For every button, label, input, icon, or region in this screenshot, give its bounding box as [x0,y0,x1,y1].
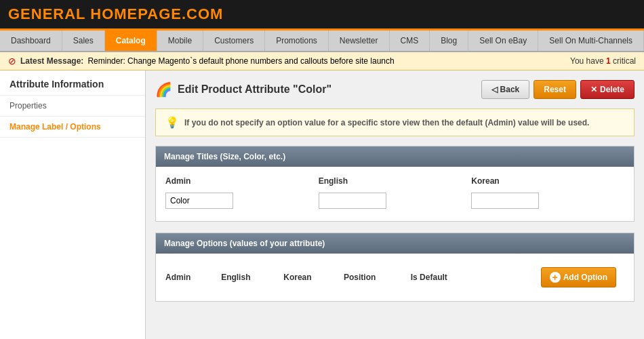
nav-item-newsletter[interactable]: Newsletter [329,31,390,51]
korean-title-input[interactable] [471,193,539,209]
nav-item-customers[interactable]: Customers [203,31,265,51]
alert-bar: ⊘ Latest Message: Reminder: Change Magen… [0,52,644,71]
alert-suffix: critical [611,56,636,66]
table-row [165,190,624,212]
delete-icon: ✕ [590,85,597,94]
nav-item-promotions[interactable]: Promotions [265,31,329,51]
delete-label: Delete [600,85,624,94]
add-option-label: Add Option [563,273,607,282]
titles-admin-cell[interactable] [165,190,319,212]
alert-icon: ⊘ [8,56,16,66]
add-option-cell: + Add Option [485,263,624,292]
back-label: Back [500,85,520,94]
nav-item-ebay[interactable]: Sell On eBay [468,31,538,51]
nav-item-cms[interactable]: CMS [390,31,430,51]
options-col-english: English [221,263,283,292]
sidebar: Attribute Information Properties Manage … [0,71,146,339]
english-title-input[interactable] [319,193,386,209]
main-layout: Attribute Information Properties Manage … [0,71,644,339]
add-option-button[interactable]: + Add Option [541,267,616,287]
titles-korean-cell[interactable] [471,190,624,212]
main-content: 🌈 Edit Product Attribute "Color" ◁ Back … [146,71,644,339]
options-table: Admin English Korean Position Is Default… [165,263,624,292]
logo-text: GENERAL HOMEPAGE.COM [8,5,223,22]
alert-left: ⊘ Latest Message: Reminder: Change Magen… [8,56,395,66]
back-button[interactable]: ◁ Back [481,80,530,99]
manage-options-section: Manage Options (values of your attribute… [155,233,635,302]
alert-count: 1 [606,56,611,66]
reset-button[interactable]: Reset [534,80,576,99]
manage-options-header: Manage Options (values of your attribute… [156,233,634,254]
options-col-is-default: Is Default [411,263,485,292]
options-col-admin: Admin [165,263,221,292]
add-circle-icon: + [550,272,561,283]
titles-table: Admin English Korean [165,176,624,212]
delete-button[interactable]: ✕ Delete [580,80,635,99]
sidebar-item-properties[interactable]: Properties [0,96,145,117]
manage-titles-header: Manage Titles (Size, Color, etc.) [156,146,634,167]
nav-item-catalog[interactable]: Catalog [105,31,157,51]
titles-col-admin: Admin [165,176,319,190]
page-title-text: Edit Product Attribute "Color" [178,83,331,96]
manage-titles-section: Manage Titles (Size, Color, etc.) Admin … [155,146,635,222]
sidebar-title: Attribute Information [0,71,145,96]
header-buttons: ◁ Back Reset ✕ Delete [481,80,635,99]
titles-col-korean: Korean [471,176,624,190]
nav-item-multichannels[interactable]: Sell On Multi-Channels [538,31,644,51]
titles-col-english: English [319,176,472,190]
back-icon: ◁ [491,85,498,94]
sidebar-item-manage-label-options[interactable]: Manage Label / Options [0,117,145,138]
options-col-position: Position [344,263,411,292]
rainbow-icon: 🌈 [155,81,172,98]
manage-titles-body: Admin English Korean [156,167,634,221]
nav-item-mobile[interactable]: Mobile [157,31,203,51]
info-notice-text: If you do not specify an option value fo… [184,118,589,127]
nav-bar: Dashboard Sales Catalog Mobile Customers… [0,31,644,52]
reset-label: Reset [544,85,566,94]
alert-message-text: Reminder: Change Magento`s default phone… [87,56,394,66]
nav-item-sales[interactable]: Sales [62,31,105,51]
page-header: 🌈 Edit Product Attribute "Color" ◁ Back … [155,80,635,99]
info-notice: 💡 If you do not specify an option value … [155,108,635,136]
admin-title-input[interactable] [165,193,233,209]
page-title: 🌈 Edit Product Attribute "Color" [155,81,331,98]
titles-english-cell[interactable] [319,190,472,212]
lightbulb-icon: 💡 [165,116,179,129]
nav-item-dashboard[interactable]: Dashboard [0,31,62,51]
logo-bar: GENERAL HOMEPAGE.COM [0,0,644,31]
alert-message-label: Latest Message: [20,56,83,66]
options-col-korean: Korean [283,263,344,292]
manage-options-body: Admin English Korean Position Is Default… [156,254,634,301]
alert-right: You have 1 critical [570,56,636,66]
nav-item-blog[interactable]: Blog [430,31,468,51]
